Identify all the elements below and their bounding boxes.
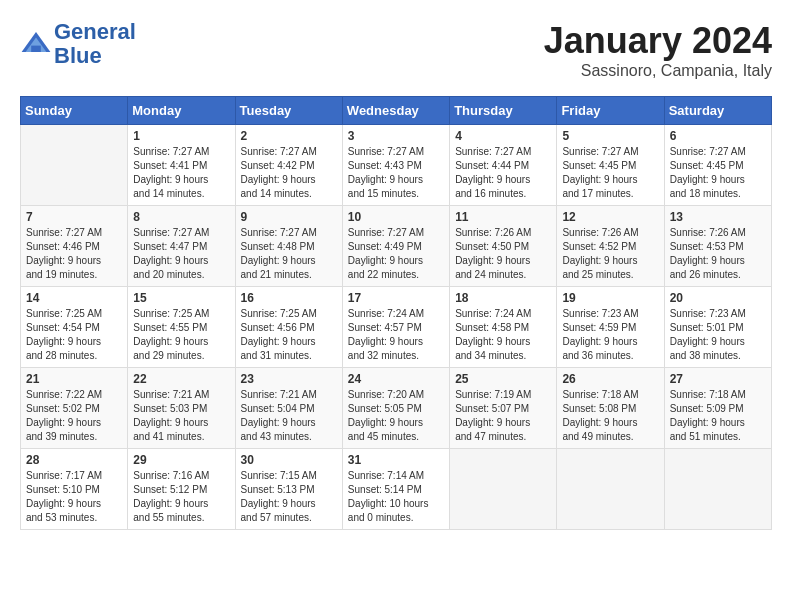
calendar-cell: 23Sunrise: 7:21 AM Sunset: 5:04 PM Dayli…: [235, 368, 342, 449]
day-info: Sunrise: 7:26 AM Sunset: 4:50 PM Dayligh…: [455, 226, 551, 282]
day-info: Sunrise: 7:27 AM Sunset: 4:47 PM Dayligh…: [133, 226, 229, 282]
day-of-week-header: Thursday: [450, 97, 557, 125]
day-number: 25: [455, 372, 551, 386]
month-title: January 2024: [544, 20, 772, 62]
day-info: Sunrise: 7:19 AM Sunset: 5:07 PM Dayligh…: [455, 388, 551, 444]
day-number: 26: [562, 372, 658, 386]
calendar-cell: 19Sunrise: 7:23 AM Sunset: 4:59 PM Dayli…: [557, 287, 664, 368]
day-number: 7: [26, 210, 122, 224]
calendar-cell: 1Sunrise: 7:27 AM Sunset: 4:41 PM Daylig…: [128, 125, 235, 206]
day-number: 17: [348, 291, 444, 305]
calendar-cell: 8Sunrise: 7:27 AM Sunset: 4:47 PM Daylig…: [128, 206, 235, 287]
calendar-cell: 13Sunrise: 7:26 AM Sunset: 4:53 PM Dayli…: [664, 206, 771, 287]
day-info: Sunrise: 7:23 AM Sunset: 4:59 PM Dayligh…: [562, 307, 658, 363]
page-header: General Blue January 2024 Sassinoro, Cam…: [20, 20, 772, 80]
day-number: 5: [562, 129, 658, 143]
day-info: Sunrise: 7:25 AM Sunset: 4:54 PM Dayligh…: [26, 307, 122, 363]
day-info: Sunrise: 7:21 AM Sunset: 5:04 PM Dayligh…: [241, 388, 337, 444]
calendar-cell: 14Sunrise: 7:25 AM Sunset: 4:54 PM Dayli…: [21, 287, 128, 368]
day-of-week-header: Monday: [128, 97, 235, 125]
day-info: Sunrise: 7:27 AM Sunset: 4:46 PM Dayligh…: [26, 226, 122, 282]
calendar-cell: 4Sunrise: 7:27 AM Sunset: 4:44 PM Daylig…: [450, 125, 557, 206]
calendar-cell: 2Sunrise: 7:27 AM Sunset: 4:42 PM Daylig…: [235, 125, 342, 206]
calendar-cell: [21, 125, 128, 206]
day-info: Sunrise: 7:21 AM Sunset: 5:03 PM Dayligh…: [133, 388, 229, 444]
day-number: 15: [133, 291, 229, 305]
day-info: Sunrise: 7:16 AM Sunset: 5:12 PM Dayligh…: [133, 469, 229, 525]
day-info: Sunrise: 7:17 AM Sunset: 5:10 PM Dayligh…: [26, 469, 122, 525]
title-block: January 2024 Sassinoro, Campania, Italy: [544, 20, 772, 80]
day-info: Sunrise: 7:26 AM Sunset: 4:52 PM Dayligh…: [562, 226, 658, 282]
day-of-week-header: Tuesday: [235, 97, 342, 125]
day-number: 4: [455, 129, 551, 143]
day-info: Sunrise: 7:27 AM Sunset: 4:45 PM Dayligh…: [670, 145, 766, 201]
calendar-cell: 5Sunrise: 7:27 AM Sunset: 4:45 PM Daylig…: [557, 125, 664, 206]
calendar-cell: 10Sunrise: 7:27 AM Sunset: 4:49 PM Dayli…: [342, 206, 449, 287]
day-number: 14: [26, 291, 122, 305]
svg-rect-3: [31, 46, 41, 52]
calendar-cell: 11Sunrise: 7:26 AM Sunset: 4:50 PM Dayli…: [450, 206, 557, 287]
day-number: 18: [455, 291, 551, 305]
day-number: 2: [241, 129, 337, 143]
day-number: 13: [670, 210, 766, 224]
day-info: Sunrise: 7:26 AM Sunset: 4:53 PM Dayligh…: [670, 226, 766, 282]
day-of-week-header: Saturday: [664, 97, 771, 125]
day-info: Sunrise: 7:27 AM Sunset: 4:49 PM Dayligh…: [348, 226, 444, 282]
day-number: 22: [133, 372, 229, 386]
calendar-cell: 16Sunrise: 7:25 AM Sunset: 4:56 PM Dayli…: [235, 287, 342, 368]
day-info: Sunrise: 7:24 AM Sunset: 4:58 PM Dayligh…: [455, 307, 551, 363]
logo-icon: [20, 28, 52, 60]
day-info: Sunrise: 7:27 AM Sunset: 4:45 PM Dayligh…: [562, 145, 658, 201]
calendar-cell: 31Sunrise: 7:14 AM Sunset: 5:14 PM Dayli…: [342, 449, 449, 530]
day-of-week-header: Sunday: [21, 97, 128, 125]
calendar-week-row: 28Sunrise: 7:17 AM Sunset: 5:10 PM Dayli…: [21, 449, 772, 530]
day-number: 23: [241, 372, 337, 386]
day-info: Sunrise: 7:27 AM Sunset: 4:42 PM Dayligh…: [241, 145, 337, 201]
day-number: 12: [562, 210, 658, 224]
location: Sassinoro, Campania, Italy: [544, 62, 772, 80]
calendar-cell: 24Sunrise: 7:20 AM Sunset: 5:05 PM Dayli…: [342, 368, 449, 449]
calendar-cell: 30Sunrise: 7:15 AM Sunset: 5:13 PM Dayli…: [235, 449, 342, 530]
calendar-week-row: 14Sunrise: 7:25 AM Sunset: 4:54 PM Dayli…: [21, 287, 772, 368]
day-info: Sunrise: 7:15 AM Sunset: 5:13 PM Dayligh…: [241, 469, 337, 525]
calendar-cell: [557, 449, 664, 530]
calendar-week-row: 1Sunrise: 7:27 AM Sunset: 4:41 PM Daylig…: [21, 125, 772, 206]
day-number: 10: [348, 210, 444, 224]
calendar-cell: 12Sunrise: 7:26 AM Sunset: 4:52 PM Dayli…: [557, 206, 664, 287]
day-number: 19: [562, 291, 658, 305]
day-number: 3: [348, 129, 444, 143]
day-info: Sunrise: 7:18 AM Sunset: 5:08 PM Dayligh…: [562, 388, 658, 444]
day-info: Sunrise: 7:27 AM Sunset: 4:43 PM Dayligh…: [348, 145, 444, 201]
day-info: Sunrise: 7:25 AM Sunset: 4:55 PM Dayligh…: [133, 307, 229, 363]
calendar-cell: 3Sunrise: 7:27 AM Sunset: 4:43 PM Daylig…: [342, 125, 449, 206]
day-info: Sunrise: 7:18 AM Sunset: 5:09 PM Dayligh…: [670, 388, 766, 444]
day-number: 28: [26, 453, 122, 467]
day-info: Sunrise: 7:23 AM Sunset: 5:01 PM Dayligh…: [670, 307, 766, 363]
day-number: 24: [348, 372, 444, 386]
calendar-cell: [664, 449, 771, 530]
calendar-cell: 17Sunrise: 7:24 AM Sunset: 4:57 PM Dayli…: [342, 287, 449, 368]
calendar-week-row: 7Sunrise: 7:27 AM Sunset: 4:46 PM Daylig…: [21, 206, 772, 287]
calendar-cell: 25Sunrise: 7:19 AM Sunset: 5:07 PM Dayli…: [450, 368, 557, 449]
calendar-cell: 18Sunrise: 7:24 AM Sunset: 4:58 PM Dayli…: [450, 287, 557, 368]
calendar-cell: 9Sunrise: 7:27 AM Sunset: 4:48 PM Daylig…: [235, 206, 342, 287]
day-number: 16: [241, 291, 337, 305]
day-info: Sunrise: 7:27 AM Sunset: 4:41 PM Dayligh…: [133, 145, 229, 201]
calendar-table: SundayMondayTuesdayWednesdayThursdayFrid…: [20, 96, 772, 530]
day-number: 6: [670, 129, 766, 143]
day-number: 30: [241, 453, 337, 467]
day-of-week-header: Wednesday: [342, 97, 449, 125]
day-info: Sunrise: 7:22 AM Sunset: 5:02 PM Dayligh…: [26, 388, 122, 444]
day-info: Sunrise: 7:24 AM Sunset: 4:57 PM Dayligh…: [348, 307, 444, 363]
calendar-cell: 27Sunrise: 7:18 AM Sunset: 5:09 PM Dayli…: [664, 368, 771, 449]
logo: General Blue: [20, 20, 136, 68]
calendar-header-row: SundayMondayTuesdayWednesdayThursdayFrid…: [21, 97, 772, 125]
logo-text: General Blue: [54, 20, 136, 68]
day-of-week-header: Friday: [557, 97, 664, 125]
calendar-cell: 22Sunrise: 7:21 AM Sunset: 5:03 PM Dayli…: [128, 368, 235, 449]
calendar-cell: 21Sunrise: 7:22 AM Sunset: 5:02 PM Dayli…: [21, 368, 128, 449]
day-info: Sunrise: 7:25 AM Sunset: 4:56 PM Dayligh…: [241, 307, 337, 363]
day-number: 8: [133, 210, 229, 224]
day-number: 20: [670, 291, 766, 305]
day-info: Sunrise: 7:20 AM Sunset: 5:05 PM Dayligh…: [348, 388, 444, 444]
